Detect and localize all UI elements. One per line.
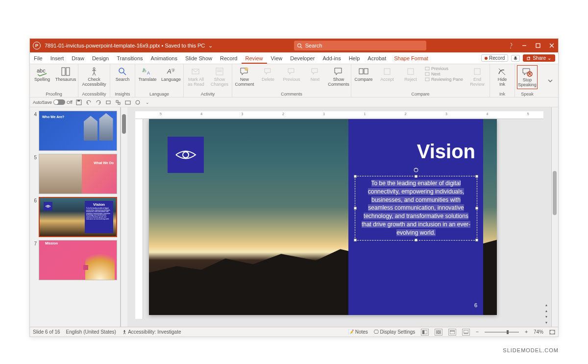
- svg-rect-30: [425, 67, 429, 70]
- svg-text:abc: abc: [37, 68, 46, 73]
- vision-body-text[interactable]: To be the leading enabler of digital con…: [358, 179, 474, 237]
- tab-shape-format[interactable]: Shape Format: [390, 52, 432, 64]
- tab-record[interactable]: Record: [216, 52, 241, 64]
- redo-icon[interactable]: [95, 99, 102, 106]
- svg-rect-26: [359, 69, 363, 74]
- tab-acrobat[interactable]: Acrobat: [364, 52, 390, 64]
- ribbon: abcSpelling Thesaurus Proofing Check Acc…: [30, 64, 558, 97]
- zoom-level[interactable]: 74%: [534, 329, 543, 335]
- vision-icon-box[interactable]: [168, 137, 204, 173]
- svg-rect-43: [125, 101, 130, 104]
- svg-text:A: A: [167, 68, 172, 75]
- slide-title[interactable]: Vision: [417, 141, 475, 163]
- arrow-down-icon[interactable]: ▾: [543, 314, 549, 319]
- svg-rect-57: [464, 330, 468, 333]
- tab-review[interactable]: Review: [242, 52, 267, 64]
- close-button[interactable]: [548, 42, 555, 49]
- stop-speaking-button[interactable]: Stop Speaking: [517, 65, 538, 89]
- translate-button[interactable]: あATranslate: [137, 65, 158, 82]
- search-input[interactable]: Search: [294, 41, 426, 50]
- end-review-button: End Review: [467, 65, 488, 87]
- tab-draw[interactable]: Draw: [68, 52, 88, 64]
- share-button[interactable]: Share ⌄: [523, 54, 555, 62]
- help-icon[interactable]: [507, 42, 514, 49]
- qat-icon[interactable]: [124, 99, 131, 106]
- svg-rect-31: [425, 73, 429, 75]
- maximize-button[interactable]: [535, 42, 541, 49]
- check-accessibility-button[interactable]: Check Accessibility: [80, 65, 108, 87]
- reading-view-icon[interactable]: [448, 329, 456, 336]
- new-comment-button[interactable]: New Comment: [234, 65, 255, 87]
- minimize-button[interactable]: [521, 42, 528, 49]
- svg-rect-40: [106, 101, 110, 104]
- tab-developer[interactable]: Developer: [286, 52, 318, 64]
- svg-rect-52: [439, 330, 441, 332]
- slide-counter[interactable]: Slide 6 of 16: [33, 329, 60, 335]
- arrow-down-icon[interactable]: ▾: [543, 320, 549, 325]
- status-bar: Slide 6 of 16 English (United States) Ac…: [30, 327, 558, 337]
- hide-ink-button[interactable]: Hide Ink: [492, 65, 513, 87]
- language-status[interactable]: English (United States): [66, 329, 116, 335]
- show-comments-button[interactable]: Show Comments: [328, 65, 349, 87]
- search-button[interactable]: Search: [112, 65, 133, 82]
- compare-button[interactable]: Compare: [353, 65, 374, 82]
- accessibility-icon: [122, 330, 127, 335]
- slide-thumbnail[interactable]: 4 Who We Are?: [30, 109, 120, 152]
- svg-line-1: [300, 47, 302, 48]
- tab-view[interactable]: View: [267, 52, 287, 64]
- tab-file[interactable]: File: [30, 52, 47, 64]
- chevron-down-icon[interactable]: ⌄: [208, 43, 213, 49]
- quick-access-toolbar: AutoSaveOff ⌄: [30, 97, 558, 107]
- tab-addins[interactable]: Add-ins: [318, 52, 344, 64]
- svg-point-13: [119, 68, 124, 73]
- qat-icon[interactable]: [134, 99, 141, 106]
- mic-button[interactable]: [511, 55, 520, 62]
- undo-icon[interactable]: [85, 99, 92, 106]
- save-icon[interactable]: [75, 99, 82, 106]
- slide-thumbnail[interactable]: 7 Mission: [30, 239, 120, 282]
- text-box-selected[interactable]: To be the leading enabler of digital con…: [355, 176, 477, 241]
- zoom-in-button[interactable]: +: [525, 329, 528, 335]
- slide-canvas[interactable]: Vision To be the leading enabler of digi…: [149, 119, 497, 315]
- thumbnail-scrollbar[interactable]: [121, 107, 127, 327]
- display-settings-button[interactable]: 🖵 Display Settings: [374, 329, 415, 335]
- normal-view-icon[interactable]: [421, 329, 429, 336]
- document-title[interactable]: 7891-01-invictus-powerpoint-template-16x…: [45, 43, 213, 49]
- spelling-button[interactable]: abcSpelling: [32, 65, 52, 82]
- thesaurus-button[interactable]: Thesaurus: [55, 65, 76, 82]
- sorter-view-icon[interactable]: [435, 329, 442, 336]
- qat-icon[interactable]: [115, 99, 122, 106]
- qat-more-icon[interactable]: ⌄: [144, 99, 151, 106]
- zoom-out-button[interactable]: −: [476, 329, 479, 335]
- qat-icon[interactable]: [105, 99, 112, 106]
- tab-transitions[interactable]: Transitions: [113, 52, 147, 64]
- fit-to-window-icon[interactable]: [549, 330, 555, 335]
- tab-help[interactable]: Help: [345, 52, 364, 64]
- svg-rect-54: [439, 333, 441, 334]
- accessibility-status[interactable]: Accessibility: Investigate: [122, 329, 181, 335]
- collapse-ribbon-icon[interactable]: [547, 78, 553, 84]
- notes-button[interactable]: 📝 Notes: [348, 329, 368, 335]
- editor-scrollbar[interactable]: [551, 107, 558, 327]
- tab-slideshow[interactable]: Slide Show: [181, 52, 216, 64]
- arrow-up-icon[interactable]: ▴: [543, 302, 549, 307]
- tab-insert[interactable]: Insert: [47, 52, 68, 64]
- tab-design[interactable]: Design: [88, 52, 113, 64]
- svg-rect-33: [474, 69, 480, 74]
- slide-thumbnail-pane[interactable]: 4 Who We Are? 5 What We Do 6 VisionTo be…: [30, 107, 121, 327]
- language-button[interactable]: A字Language: [161, 65, 181, 82]
- compare-prev-button: Previous: [424, 66, 464, 71]
- arrow-up-icon[interactable]: ▴: [543, 308, 549, 313]
- svg-rect-42: [118, 102, 120, 104]
- svg-point-12: [93, 68, 95, 70]
- slide-thumbnail[interactable]: 5 What We Do: [30, 152, 120, 195]
- slide-page-number: 6: [474, 302, 477, 308]
- tab-animations[interactable]: Animations: [147, 52, 181, 64]
- zoom-slider[interactable]: [485, 332, 519, 333]
- autosave-toggle[interactable]: AutoSaveOff: [33, 99, 73, 105]
- rotate-handle-icon[interactable]: [414, 168, 418, 172]
- record-button[interactable]: Record: [481, 54, 508, 62]
- slide-thumbnail[interactable]: 6 VisionTo be the leading enabler of dig…: [30, 195, 120, 239]
- svg-point-47: [414, 168, 418, 172]
- slideshow-view-icon[interactable]: [462, 329, 470, 336]
